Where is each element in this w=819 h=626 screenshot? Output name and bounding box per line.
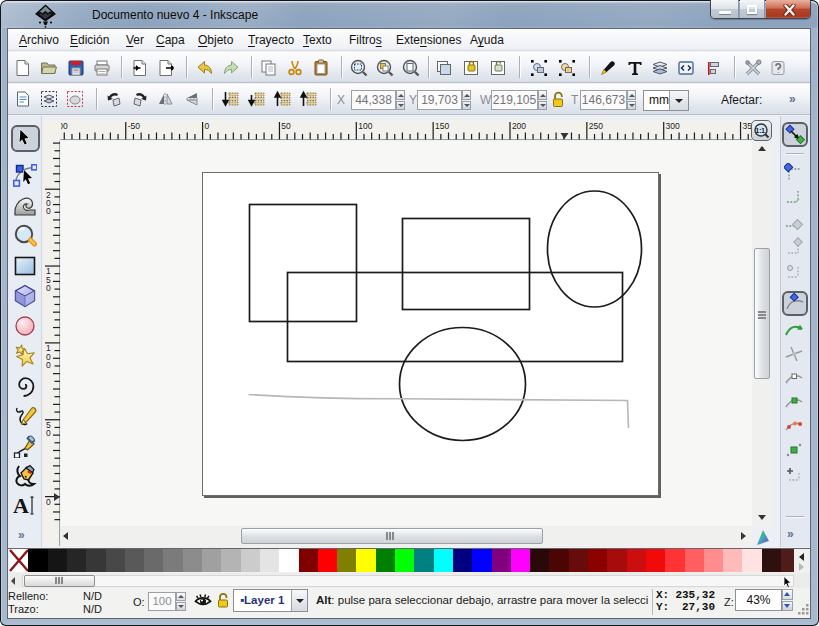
svg-text:250: 250 [589,121,603,131]
svg-text:1:1: 1:1 [756,127,766,134]
svg-text:A: A [13,494,29,518]
svg-text:150: 150 [435,121,449,131]
svg-text:-50: -50 [128,121,141,131]
svg-text:0: 0 [46,360,51,370]
svg-text:300: 300 [666,121,680,131]
svg-text:0: 0 [46,283,51,293]
svg-text:0: 0 [46,428,51,438]
svg-text:200: 200 [512,121,526,131]
svg-text:100: 100 [358,121,372,131]
svg-text:0: 0 [205,121,210,131]
svg-text:50: 50 [281,121,291,131]
svg-text:0: 0 [46,206,51,216]
svg-text:0: 0 [46,497,51,507]
svg-text:-100: -100 [61,121,68,131]
